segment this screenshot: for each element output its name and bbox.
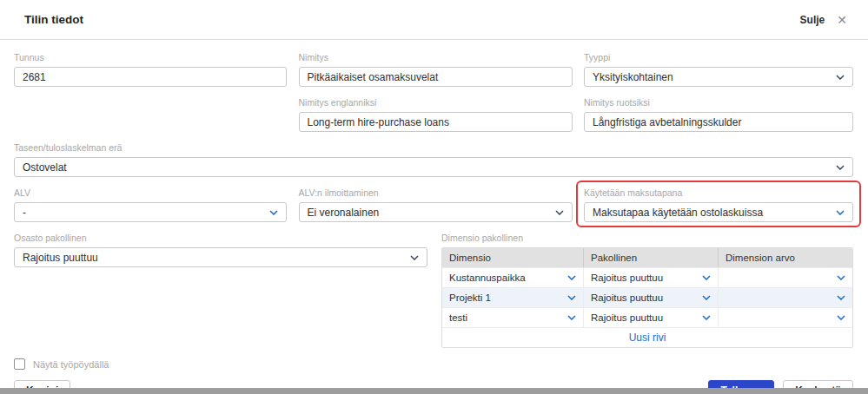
chevron-down-icon — [837, 275, 845, 280]
cell-value: testi — [449, 312, 467, 323]
page-background-strip — [0, 388, 868, 394]
chevron-down-icon — [836, 75, 845, 80]
alv-ilmoittaminen-label: ALV:n ilmoittaminen — [299, 187, 573, 198]
dimensio-select[interactable]: Projekti 1 — [442, 288, 584, 307]
tunnus-label: Tunnus — [14, 52, 287, 62]
tase-era-label: Taseen/tuloslaskelman erä — [14, 142, 853, 153]
nimitys-en-input[interactable] — [299, 112, 573, 132]
maksutapa-field-highlighted: Käytetään maksutapana Maksutapaa käytetä… — [584, 187, 853, 222]
show-on-desktop-row: Näytä työpöydällä — [14, 358, 853, 370]
alv-ilmoittaminen-field: ALV:n ilmoittaminen Ei veronalainen — [299, 187, 573, 222]
column-header-dimension-arvo: Dimension arvo — [719, 248, 852, 267]
tyyppi-select[interactable]: Yksityiskohtainen — [584, 67, 853, 87]
form-content: Tunnus Nimitys Tyyppi Yksityiskohtainen — [0, 40, 868, 394]
cell-value: Rajoitus puuttuu — [591, 312, 663, 323]
maksutapa-label: Käytetään maksutapana — [584, 187, 853, 198]
close-button[interactable]: Sulje ✕ — [800, 14, 847, 26]
table-row: Projekti 1 Rajoitus puuttuu — [442, 287, 852, 307]
chevron-down-icon — [702, 315, 711, 320]
column-header-dimensio: Dimensio — [442, 248, 584, 267]
show-on-desktop-checkbox[interactable] — [14, 358, 25, 370]
alv-field: ALV - — [14, 187, 287, 222]
pakollinen-select[interactable]: Rajoitus puuttuu — [584, 268, 719, 287]
nimitys-sv-label: Nimitys ruotsiksi — [584, 97, 853, 108]
cell-value: Projekti 1 — [449, 292, 491, 303]
alv-select[interactable]: - — [14, 202, 287, 222]
nimitys-sv-input[interactable] — [584, 112, 853, 132]
column-header-pakollinen: Pakollinen — [584, 248, 719, 267]
nimitys-en-label: Nimitys englanniksi — [299, 97, 573, 108]
chevron-down-icon — [567, 275, 576, 280]
alv-ilmoittaminen-select[interactable]: Ei veronalainen — [299, 202, 573, 222]
cell-value: Rajoitus puuttuu — [591, 273, 663, 283]
dimension-arvo-select[interactable] — [719, 308, 852, 327]
tase-era-value: Ostovelat — [23, 161, 67, 174]
chevron-down-icon — [837, 295, 845, 300]
close-icon[interactable]: ✕ — [837, 14, 847, 26]
page-title: Tilin tiedot — [24, 13, 83, 26]
chevron-down-icon — [837, 315, 845, 320]
chevron-down-icon — [702, 295, 711, 300]
cell-value: Kustannuspaikka — [449, 273, 526, 283]
dimension-table-label: Dimensio pakollinen — [441, 233, 853, 243]
osasto-field: Osasto pakollinen Rajoitus puuttuu — [14, 233, 427, 348]
chevron-down-icon — [567, 315, 576, 320]
chevron-down-icon — [702, 275, 711, 280]
pakollinen-select[interactable]: Rajoitus puuttuu — [584, 308, 719, 327]
alv-label: ALV — [14, 187, 287, 198]
maksutapa-select[interactable]: Maksutapaa käytetään ostolaskuissa — [584, 202, 853, 222]
tyyppi-field: Tyyppi Yksityiskohtainen — [584, 52, 853, 87]
show-on-desktop-label: Näytä työpöydällä — [33, 359, 109, 370]
chevron-down-icon — [836, 165, 845, 170]
tunnus-field: Tunnus — [14, 52, 287, 87]
tase-era-field: Taseen/tuloslaskelman erä Ostovelat — [14, 142, 853, 177]
nimitys-en-field: Nimitys englanniksi — [299, 97, 573, 132]
dimension-section: Dimensio pakollinen Dimensio Pakollinen … — [441, 233, 853, 348]
dimensio-select[interactable]: Kustannuspaikka — [442, 268, 584, 287]
tyyppi-value: Yksityiskohtainen — [593, 71, 673, 83]
alv-value: - — [23, 207, 26, 219]
cell-value: Rajoitus puuttuu — [591, 292, 663, 303]
tase-era-select[interactable]: Ostovelat — [14, 157, 853, 177]
modal-header: Tilin tiedot Sulje ✕ — [0, 0, 868, 40]
nimitys-input[interactable] — [299, 67, 573, 87]
dimension-table: Dimensio Pakollinen Dimension arvo Kusta… — [441, 247, 853, 348]
dimension-arvo-select[interactable] — [719, 268, 852, 287]
chevron-down-icon — [567, 295, 576, 300]
dimension-table-header: Dimensio Pakollinen Dimension arvo — [442, 248, 852, 267]
table-row: testi Rajoitus puuttuu — [442, 307, 852, 327]
tunnus-input[interactable] — [14, 67, 287, 87]
alv-ilmoittaminen-value: Ei veronalainen — [308, 207, 380, 219]
osasto-select[interactable]: Rajoitus puuttuu — [14, 247, 427, 267]
chevron-down-icon — [836, 210, 845, 215]
table-row: Kustannuspaikka Rajoitus puuttuu — [442, 267, 852, 287]
nimitys-label: Nimitys — [299, 52, 573, 62]
nimitys-field: Nimitys — [299, 52, 573, 87]
close-button-label: Sulje — [800, 14, 825, 26]
nimitys-sv-field: Nimitys ruotsiksi — [584, 97, 853, 132]
maksutapa-value: Maksutapaa käytetään ostolaskuissa — [593, 207, 763, 219]
account-details-modal: Tilin tiedot Sulje ✕ Tunnus Nimitys Tyyp… — [0, 0, 868, 394]
chevron-down-icon — [269, 210, 278, 215]
chevron-down-icon — [410, 255, 419, 260]
dimensio-select[interactable]: testi — [442, 308, 584, 327]
pakollinen-select[interactable]: Rajoitus puuttuu — [584, 288, 719, 307]
tyyppi-label: Tyyppi — [584, 52, 853, 62]
new-row-link[interactable]: Uusi rivi — [442, 327, 852, 347]
osasto-value: Rajoitus puuttuu — [23, 252, 98, 264]
dimension-arvo-select[interactable] — [719, 288, 852, 307]
chevron-down-icon — [555, 210, 564, 215]
osasto-label: Osasto pakollinen — [14, 233, 427, 243]
